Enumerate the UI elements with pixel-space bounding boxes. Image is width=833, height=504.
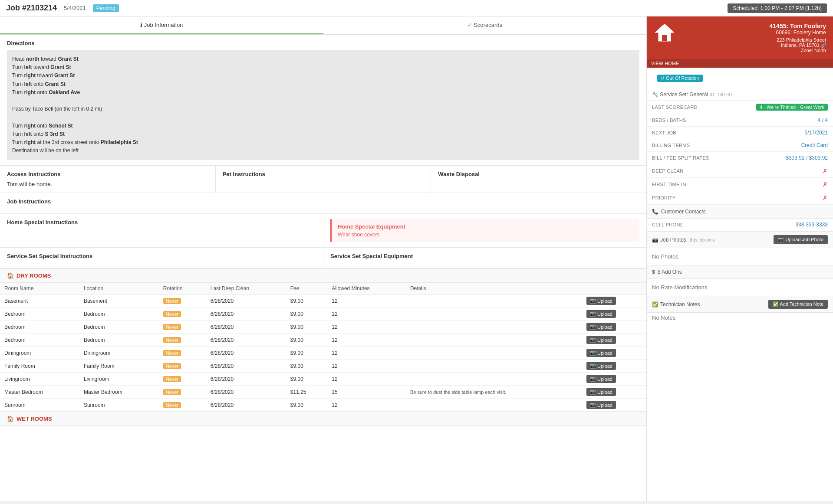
access-instructions: Access Instructions Tom will be home. (0, 166, 216, 193)
table-row: Livingroom Livingroom Never 6/28/2020 $9… (0, 373, 646, 386)
last-scorecard-row: LAST SCORECARD 4 - We're Thrilled - Grea… (647, 101, 833, 114)
deep-clean-x: ✗ (823, 167, 828, 174)
scheduled-badge: Scheduled: 1:00 PM - 2:07 PM (1.12h) (728, 3, 827, 13)
table-row: Family Room Family Room Never 6/28/2020 … (0, 360, 646, 373)
cell-phone-row: CELL PHONE 333-333-3333 (647, 219, 833, 231)
no-notes-text: No Notes (647, 313, 833, 326)
service-set-special-instructions: Service Set Special Instructions (0, 248, 323, 268)
home-special-equipment: Home Special Equipment Wear shoe covers (323, 214, 646, 247)
upload-button[interactable]: 📷 Upload (586, 375, 616, 383)
svg-rect-1 (662, 35, 667, 41)
main-layout: ℹ Job Information ✓ Scorecards Direction… (0, 16, 833, 501)
no-photos-text: No Photos (647, 248, 833, 265)
col-allowed-minutes: Allowed Minutes (327, 283, 406, 295)
next-job-value: 5/17/2021 (805, 130, 828, 136)
technician-notes-header: ✅ Technician Notes ✅ Add Technician Note (647, 296, 833, 313)
dollar-icon: $ (652, 269, 655, 275)
camera-icon: 📷 (652, 237, 658, 243)
dry-rooms-header: 🏠 DRY ROOMS (0, 268, 646, 283)
waste-disposal: Waste Disposal (431, 166, 646, 193)
right-panel: 41455: Tom Foolery 60696: Foolery Home 2… (646, 16, 833, 501)
upload-button[interactable]: 📷 Upload (586, 349, 616, 357)
col-upload (582, 283, 646, 295)
col-room-name: Room Name (0, 283, 79, 295)
wrench-icon: 🔧 (652, 92, 660, 98)
no-rate-text: No Rate Modifications (647, 279, 833, 296)
tab-scorecards[interactable]: ✓ Scorecards (323, 16, 647, 34)
bill-fee-split-value: $303.92 / $303.92 (786, 155, 828, 161)
house-icon-dry: 🏠 (7, 272, 14, 279)
instructions-grid: Access Instructions Tom will be home. Pe… (0, 166, 646, 193)
next-job-row: NEXT JOB 5/17/2021 (647, 127, 833, 139)
bill-fee-split-row: BILL / FEE SPLIT RATES $303.92 / $303.92 (647, 152, 833, 164)
customer-info: 41455: Tom Foolery 60696: Foolery Home 2… (681, 23, 826, 53)
billing-terms-row: BILLING TERMS Credit Card (647, 139, 833, 152)
tab-job-information[interactable]: ℹ Job Information (0, 16, 323, 34)
left-panel: ℹ Job Information ✓ Scorecards Direction… (0, 16, 646, 501)
checkbox-icon: ✅ (652, 301, 658, 308)
job-photos-header: 📷 Job Photos this job only 📷 Upload Job … (647, 231, 833, 248)
first-time-in-x: ✗ (823, 181, 828, 188)
check-icon: ✓ (468, 22, 474, 28)
table-row: Bedroom Bedroom Never 6/28/2020 $9.00 12… (0, 334, 646, 347)
add-technician-note-button[interactable]: ✅ Add Technician Note (768, 300, 828, 309)
phone-icon: 📞 (652, 209, 658, 215)
col-rotation: Rotation (159, 283, 206, 295)
dry-rooms-table: Room Name Location Rotation Last Deep Cl… (0, 283, 646, 412)
billing-terms-value: Credit Card (801, 142, 828, 148)
col-location: Location (79, 283, 159, 295)
info-icon: ℹ (140, 22, 144, 28)
job-date: 5/4/2021 (64, 5, 86, 11)
col-last-deep-clean: Last Deep Clean (206, 283, 286, 295)
directions-content: Head north toward Grant St Turn left tow… (7, 50, 639, 160)
status-badge: Pending (93, 4, 119, 12)
top-bar: Job #2103214 5/4/2021 Pending Scheduled:… (0, 0, 833, 16)
beds-baths-value: 4 / 4 (818, 117, 828, 123)
priority-x: ✗ (823, 194, 828, 201)
table-row: Diningroom Diningroom Never 6/28/2020 $9… (0, 347, 646, 360)
table-row: Master Bedroom Master Bedroom Never 6/28… (0, 386, 646, 399)
service-set: 🔧 Service Set: General ID: 100767 (647, 89, 833, 101)
beds-baths-row: BEDS / BATHS 4 / 4 (647, 114, 833, 127)
table-row: Bedroom Bedroom Never 6/28/2020 $9.00 12… (0, 308, 646, 321)
upload-button[interactable]: 📷 Upload (586, 362, 616, 370)
job-number: Job #2103214 (6, 3, 57, 13)
col-fee: Fee (286, 283, 327, 295)
add-ons-header: $ $ Add Ons (647, 265, 833, 279)
priority-row: PRIORITY ✗ (647, 191, 833, 205)
service-set-special-row: Service Set Special Instructions Service… (0, 248, 646, 268)
cell-phone-value: 333-333-3333 (795, 222, 828, 228)
upload-job-photo-button[interactable]: 📷 Upload Job Photo (774, 235, 828, 244)
external-link-icon: 🔗 (821, 43, 826, 48)
rotation-icon: ↺ (661, 75, 666, 81)
house-icon-wet: 🏠 (7, 416, 14, 422)
upload-button[interactable]: 📷 Upload (586, 336, 616, 344)
job-instructions-section: Job Instructions (0, 193, 646, 214)
customer-card: 41455: Tom Foolery 60696: Foolery Home 2… (647, 16, 833, 59)
service-set-special-equipment: Service Set Special Equipment (323, 248, 646, 268)
directions-title: Directions (7, 40, 639, 46)
table-row: Bedroom Bedroom Never 6/28/2020 $9.00 12… (0, 321, 646, 334)
home-special-row: Home Special Instructions Home Special E… (0, 214, 646, 248)
upload-button[interactable]: 📷 Upload (586, 388, 616, 396)
directions-section: Directions Head north toward Grant St Tu… (0, 35, 646, 166)
wet-rooms-header: 🏠 WET ROOMS (0, 412, 646, 426)
view-home-button[interactable]: VIEW HOME (647, 59, 833, 68)
deep-clean-row: DEEP CLEAN ✗ (647, 164, 833, 178)
upload-button[interactable]: 📷 Upload (586, 310, 616, 318)
pet-instructions: Pet Instructions (216, 166, 431, 193)
first-time-in-row: FIRST TIME IN ✗ (647, 178, 833, 191)
upload-button[interactable]: 📷 Upload (586, 323, 616, 331)
scorecard-badge: 4 - We're Thrilled - Great Work (756, 104, 828, 111)
out-of-rotation-badge: ↺ Out Of Rotation (657, 75, 703, 82)
upload-icon: 📷 (778, 237, 785, 242)
upload-button[interactable]: 📷 Upload (586, 297, 616, 305)
customer-contacts-header: 📞 Customer Contacts (647, 205, 833, 219)
table-row: Basement Basement Never 6/28/2020 $9.00 … (0, 295, 646, 308)
tabs: ℹ Job Information ✓ Scorecards (0, 16, 646, 35)
home-special-instructions: Home Special Instructions (0, 214, 323, 247)
customer-house-icon (654, 23, 675, 42)
add-note-icon: ✅ (773, 301, 780, 307)
col-details: Details (406, 283, 582, 295)
upload-button[interactable]: 📷 Upload (586, 401, 616, 409)
